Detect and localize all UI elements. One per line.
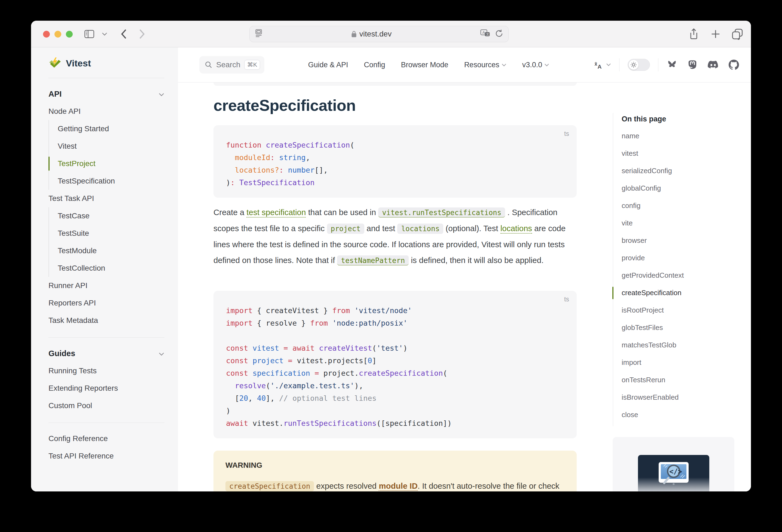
signature-code-block[interactable]: ts function createSpecification( moduleI… — [213, 125, 577, 198]
nav-link-guide-api[interactable]: Guide & API — [308, 61, 348, 69]
bluesky-icon[interactable] — [667, 60, 677, 70]
sidebar-section-guides[interactable]: Guides — [48, 345, 165, 362]
nav-link-label: Resources — [464, 61, 499, 69]
nav-link-label: Config — [364, 61, 385, 69]
text-link[interactable]: test specification — [246, 208, 306, 217]
code-search-illustration: </> — [653, 460, 694, 490]
back-button[interactable] — [118, 21, 130, 47]
url-text: vitest.dev — [263, 30, 480, 38]
sidebar-item-testmodule[interactable]: TestModule — [49, 242, 165, 259]
text-link[interactable]: locations — [500, 224, 532, 234]
sidebar-item-getting started[interactable]: Getting Started — [49, 120, 165, 138]
toc-active-marker — [612, 287, 613, 299]
sidebar-item-runner-api[interactable]: Runner API — [48, 277, 165, 294]
zoom-window-button[interactable] — [66, 31, 73, 38]
ad-card[interactable]: </> — [613, 437, 734, 491]
browser-chrome: vitest.dev A 文 — [31, 21, 751, 47]
toc-item-ontestsrerun[interactable]: onTestsRerun — [621, 371, 741, 389]
sidebar-item-config-reference[interactable]: Config Reference — [48, 430, 165, 447]
language-menu[interactable]: x̄ A — [594, 60, 611, 70]
sidebar-item-vitest[interactable]: Vitest — [49, 138, 165, 155]
sidebar-item-testspecification[interactable]: TestSpecification — [49, 172, 165, 190]
sidebar-item-task-metadata[interactable]: Task Metadata — [48, 312, 165, 329]
address-bar[interactable]: vitest.dev A 文 — [249, 26, 509, 42]
github-icon[interactable] — [728, 60, 739, 70]
nav-link-config[interactable]: Config — [364, 61, 385, 69]
toc-item-isbrowserenabled[interactable]: isBrowserEnabled — [621, 389, 741, 406]
sidebar-item-test-api-reference[interactable]: Test API Reference — [48, 447, 165, 465]
theme-toggle[interactable] — [628, 59, 650, 71]
toc-item-vitest[interactable]: vitest — [621, 145, 741, 162]
sidebar-section-api[interactable]: API — [48, 85, 165, 103]
inline-code-link[interactable]: testNamePattern — [337, 255, 409, 265]
nav-link-browser-mode[interactable]: Browser Mode — [401, 61, 449, 69]
search-button[interactable]: Search ⌘K — [199, 56, 264, 73]
toc-item-name[interactable]: name — [621, 127, 741, 145]
toc-item-globalconfig[interactable]: globalConfig — [621, 179, 741, 197]
sidebar-item-running-tests[interactable]: Running Tests — [48, 362, 165, 380]
new-tab-icon[interactable] — [707, 21, 724, 47]
sidebar-item-testproject[interactable]: TestProject — [49, 155, 165, 172]
lock-icon — [351, 31, 357, 38]
nav-link-v3-0-0[interactable]: v3.0.0 — [522, 61, 549, 69]
toc-item-config[interactable]: config — [621, 197, 741, 214]
warning-callout: WARNING createSpecification expects reso… — [213, 451, 577, 491]
search-label: Search — [216, 61, 241, 69]
toc-item-provide[interactable]: provide — [621, 249, 741, 267]
toc-item-close[interactable]: close — [621, 406, 741, 423]
sidebar-item-extending-reporters[interactable]: Extending Reporters — [48, 380, 165, 397]
brand[interactable]: Vitest — [48, 57, 178, 70]
sidebar-toggle-icon[interactable] — [83, 21, 96, 47]
toc-item-getprovidedcontext[interactable]: getProvidedContext — [621, 267, 741, 284]
chevron-down-icon — [502, 62, 506, 68]
tab-overview-icon[interactable] — [728, 21, 746, 47]
close-window-button[interactable] — [43, 31, 50, 38]
toc-item-import[interactable]: import — [621, 354, 741, 371]
chevron-down-icon — [158, 90, 165, 99]
previous-code-block-edge — [213, 82, 577, 86]
sidebar-section-label: API — [48, 90, 62, 99]
nav-link-label: Guide & API — [308, 61, 348, 69]
toc-item-isrootproject[interactable]: isRootProject — [621, 302, 741, 319]
on-this-page: On this page namevitestserializedConfigg… — [621, 111, 741, 423]
nav-link-label: Browser Mode — [401, 61, 449, 69]
sidebar-item-testcollection[interactable]: TestCollection — [49, 259, 165, 277]
forward-button[interactable] — [136, 21, 148, 47]
toc-item-vite[interactable]: vite — [621, 214, 741, 232]
sidebar-item-reporters-api[interactable]: Reporters API — [48, 294, 165, 312]
reader-mode-icon[interactable] — [255, 29, 263, 39]
sidebar-item-testsuite[interactable]: TestSuite — [49, 225, 165, 242]
translate-icon[interactable]: A 文 — [480, 29, 490, 39]
svg-text:A: A — [597, 64, 602, 70]
sidebar-group: TestCaseTestSuiteTestModuleTestCollectio… — [48, 207, 178, 277]
reload-icon[interactable] — [495, 29, 503, 39]
toc-item-createspecification[interactable]: createSpecification — [621, 284, 741, 302]
inline-code: project — [327, 223, 365, 234]
share-icon[interactable] — [686, 21, 702, 47]
sidebar-item-testcase[interactable]: TestCase — [49, 207, 165, 225]
toc-item-browser[interactable]: browser — [621, 232, 741, 249]
discord-icon[interactable] — [707, 60, 719, 70]
ad-image: </> — [638, 455, 709, 491]
example-code-block[interactable]: ts import { createVitest } from 'vitest/… — [213, 291, 577, 438]
sun-icon — [630, 62, 637, 68]
inline-code-link[interactable]: vitest.runTestSpecifications — [378, 208, 505, 217]
toc-item-serializedconfig[interactable]: serializedConfig — [621, 162, 741, 179]
code-lang-badge: ts — [564, 130, 569, 138]
chevron-down-icon — [606, 63, 611, 66]
nav-links: Guide & APIConfigBrowser ModeResourcesv3… — [308, 61, 549, 69]
toc-divider — [613, 113, 613, 426]
warning-body: createSpecification expects resolved mod… — [225, 478, 565, 491]
sidebar-item-test-task-api[interactable]: Test Task API — [48, 190, 165, 207]
nav-link-resources[interactable]: Resources — [464, 61, 506, 69]
sidebar-menu-chevron-icon[interactable] — [100, 21, 109, 47]
minimize-window-button[interactable] — [55, 31, 61, 38]
mastodon-icon[interactable] — [687, 60, 698, 70]
sidebar-item-custom-pool[interactable]: Custom Pool — [48, 397, 165, 414]
toc-item-matchestestglob[interactable]: matchesTestGlob — [621, 336, 741, 354]
divider — [658, 58, 659, 71]
sidebar-item-node-api[interactable]: Node API — [48, 103, 165, 120]
toc-item-globtestfiles[interactable]: globTestFiles — [621, 319, 741, 336]
text-link[interactable]: module ID — [379, 482, 418, 491]
language-icon: x̄ A — [594, 60, 604, 70]
